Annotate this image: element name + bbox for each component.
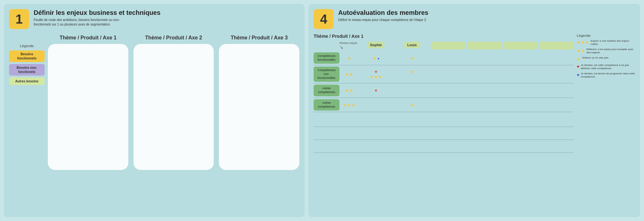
- competence-text-4: Autres compétences: [314, 99, 339, 111]
- right-title-block: Autoévaluation des membres Définir le ni…: [338, 9, 428, 22]
- grid-row-3: Autres compétences ★★ ♥: [314, 83, 574, 98]
- niveau-1: ★: [339, 55, 359, 61]
- heart-blue-icon: ♥: [378, 57, 380, 60]
- legend-heart-purple-text: Je déclare: j'ai cette compétence à ne p…: [581, 64, 635, 70]
- column-1: Thème / Produit / Axe 1: [48, 35, 128, 170]
- column-3-title: Thème / Produit / Axe 3: [231, 35, 288, 41]
- right-main: Thème / Produit / Axe 1 Niveau requis ↘ …: [314, 34, 574, 154]
- competence-label-4: Autres compétences: [314, 99, 339, 111]
- member-badge-4: [467, 42, 501, 49]
- row3-sophie: ♥: [359, 88, 393, 93]
- star-icon-r4: ★: [410, 102, 414, 108]
- niveau-requis-label: Niveau requis: [339, 41, 357, 45]
- column-2: Thème / Produit / Axe 2: [134, 35, 214, 170]
- row2-m5: [503, 69, 538, 79]
- star-legend-icon-2: ★★: [577, 48, 585, 54]
- empty-row-3: [314, 141, 574, 153]
- right-theme-title: Thème / Produit / Axe 1: [314, 34, 574, 39]
- row4-m5: [503, 102, 538, 108]
- star-icon: ★: [410, 69, 414, 74]
- heart-legend-blue-icon: ♥: [577, 72, 579, 78]
- row2-m4: [467, 69, 501, 79]
- row1-louis: ★: [395, 56, 429, 61]
- legend-expert: ★★★ Expert: a une maîtrise des enjeux mé…: [577, 39, 635, 46]
- star-icon: ★: [410, 56, 414, 61]
- row4-m4: [467, 102, 501, 108]
- star-icon-4: ★★★: [343, 102, 356, 108]
- right-panel-header: 4 Autoévaluation des membres Définir le …: [314, 9, 635, 29]
- column-2-title: Thème / Produit / Axe 2: [145, 35, 202, 41]
- sophie-row2-content: ♥ ★★★: [359, 69, 393, 79]
- member-badge-5: [503, 42, 538, 49]
- column-1-title: Thème / Produit / Axe 1: [59, 35, 116, 41]
- member-3-header: [431, 42, 465, 49]
- competence-text-1: Compétences fonctionnelles: [314, 52, 339, 64]
- left-panel-description: Feuille de route des ambitions, besoins …: [34, 18, 124, 27]
- star-icon-1: ★: [347, 56, 351, 61]
- row3-m6: [539, 88, 574, 93]
- niveau-3: ★★: [339, 88, 359, 93]
- grid-member-headers: Sophie Louis: [359, 42, 574, 49]
- row2-m6: [539, 69, 574, 79]
- row4-louis: ★: [395, 102, 429, 108]
- row2-sophie: ♥ ★★★: [359, 69, 393, 79]
- legend-heart-blue: ♥ Je déclare: j'ai besoin de progresser …: [577, 72, 635, 79]
- row-4-data: ★: [359, 102, 574, 108]
- competence-label-2: Compétences non-fonctionnelles: [314, 67, 339, 82]
- step-badge-4: 4: [314, 9, 334, 29]
- row2-m3: [431, 69, 465, 79]
- right-content: Thème / Produit / Axe 1 Niveau requis ↘ …: [314, 34, 635, 154]
- legend-item-functional: Besoins fonctionnels: [9, 50, 45, 62]
- heart-icon-r3: ♥: [375, 88, 377, 93]
- heart-red-icon: ♥: [375, 69, 377, 74]
- competence-text-2: Compétences non-fonctionnelles: [314, 67, 339, 82]
- row4-sophie: [359, 102, 393, 108]
- member-sophie-header: Sophie: [359, 42, 393, 49]
- empty-row-2: [314, 128, 574, 140]
- legend-expert-text: Expert: a une maîtrise des enjeux métier…: [591, 39, 635, 46]
- row1-m4: [467, 56, 501, 61]
- row3-m4: [467, 88, 501, 93]
- row1-m6: [539, 56, 574, 61]
- right-legend: Légende ★★★ Expert: a une maîtrise des e…: [577, 34, 635, 154]
- legend-referent: ★★ Référent: a les bases pour travailler…: [577, 48, 635, 55]
- member-badge-louis: Louis: [404, 42, 420, 48]
- heart-legend-red-icon: ♥: [577, 64, 579, 69]
- legend-heart-blue-text: Je déclare: j'ai besoin de progresser da…: [581, 72, 635, 79]
- columns-wrapper: Thème / Produit / Axe 1 Thème / Produit …: [48, 35, 299, 170]
- grid-header-row: Niveau requis ↘ Sophie Louis: [314, 41, 574, 50]
- legend-heart-purple: ♥ Je déclare: j'ai cette compétence à ne…: [577, 64, 635, 70]
- column-1-card: [48, 44, 128, 170]
- column-3: Thème / Produit / Axe 3: [219, 35, 299, 170]
- row1-m5: [503, 56, 538, 61]
- member-louis-header: Louis: [395, 42, 429, 49]
- empty-row-1: [314, 115, 574, 127]
- legend-notions: ★ Notions: je ne sais pas.: [577, 56, 635, 62]
- left-title-block: Définir les enjeux business et technique…: [34, 9, 160, 27]
- star-icon: ★: [372, 56, 377, 61]
- right-panel-description: Définir le niveau requis pour chaque com…: [338, 18, 428, 22]
- column-3-card: [219, 44, 299, 170]
- right-panel-title: Autoévaluation des membres: [338, 9, 428, 16]
- right-panel: 4 Autoévaluation des membres Définir le …: [308, 4, 640, 217]
- competence-label-1: Compétences fonctionnelles: [314, 52, 339, 64]
- row-2-data: ♥ ★★★ ★: [359, 69, 574, 79]
- niveau-arrow-icon: ↘: [339, 45, 343, 50]
- legend-title: Légende: [9, 44, 45, 48]
- left-panel-header: 1 Définir les enjeux business et techniq…: [9, 9, 299, 29]
- star-icon-2: ★★: [345, 72, 353, 77]
- member-4-header: [467, 42, 501, 49]
- row1-m3: [431, 56, 465, 61]
- member-5-header: [503, 42, 538, 49]
- left-panel: 1 Définir les enjeux business et techniq…: [4, 4, 305, 217]
- row3-m5: [503, 88, 538, 93]
- grid-row-2: Compétences non-fonctionnelles ★★ ♥ ★★★ …: [314, 65, 574, 83]
- star-legend-icon-1: ★★★: [577, 39, 589, 45]
- competence-text-3: Autres compétences: [314, 85, 339, 96]
- grid-row-4: Autres compétences ★★★ ★: [314, 98, 574, 112]
- row-1-data: ★ ♥ ★: [359, 56, 574, 61]
- right-legend-title: Légende: [577, 34, 635, 37]
- columns-area: Légende Besoins fonctionnels Besoins non…: [9, 35, 299, 170]
- row4-m6: [539, 102, 574, 108]
- row3-louis: [395, 88, 429, 93]
